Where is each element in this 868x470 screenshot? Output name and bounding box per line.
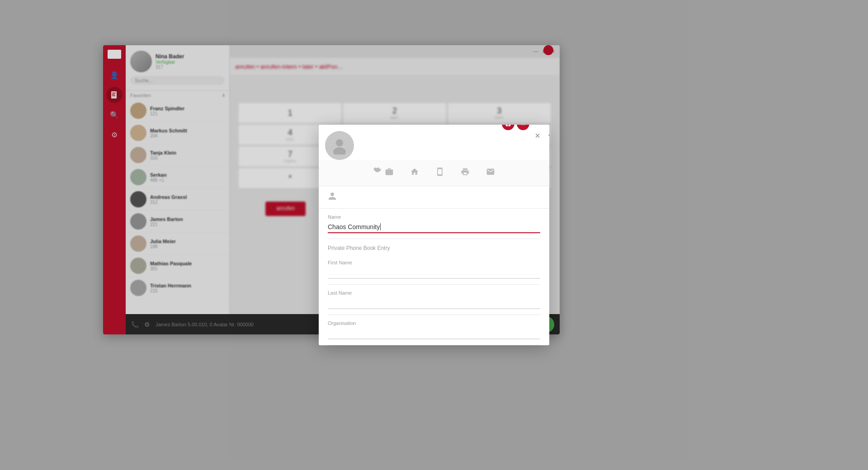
first-name-input[interactable] bbox=[328, 267, 540, 279]
first-name-field-group: First Name bbox=[328, 254, 540, 285]
organisation-input[interactable] bbox=[328, 328, 540, 339]
modal-close-button[interactable]: × bbox=[532, 130, 543, 141]
last-name-label: Last Name bbox=[328, 290, 540, 296]
entry-type-label: Private Phone Book Entry bbox=[328, 239, 540, 254]
svg-point-4 bbox=[336, 139, 343, 146]
organisation-field-group: Organisation bbox=[328, 315, 540, 345]
contact-avatar bbox=[325, 131, 354, 160]
modal-body: Name Chaos Community Private Phone Book … bbox=[319, 186, 549, 345]
first-name-label: First Name bbox=[328, 260, 540, 265]
last-name-input[interactable] bbox=[328, 297, 540, 309]
person-icon bbox=[328, 192, 337, 203]
svg-point-5 bbox=[333, 147, 346, 155]
modal-topbar: × bbox=[319, 125, 549, 160]
last-name-field-group: Last Name bbox=[328, 285, 540, 315]
tab-work[interactable] bbox=[371, 165, 395, 180]
modal-action-buttons bbox=[502, 125, 529, 130]
tab-fax[interactable] bbox=[459, 165, 472, 180]
form-section: Name Chaos Community Private Phone Book … bbox=[319, 209, 549, 345]
name-field-group: Name Chaos Community bbox=[328, 209, 540, 239]
tab-email[interactable] bbox=[484, 165, 497, 180]
tab-mobile[interactable] bbox=[434, 165, 446, 180]
tab-home[interactable] bbox=[408, 165, 421, 180]
name-label: Name bbox=[328, 214, 540, 220]
save-button[interactable] bbox=[502, 125, 514, 130]
modal-tabs bbox=[319, 160, 549, 186]
cursor-icon bbox=[547, 125, 549, 147]
person-section bbox=[319, 186, 549, 209]
organisation-label: Organisation bbox=[328, 320, 540, 326]
name-input-display[interactable]: Chaos Community bbox=[328, 221, 540, 233]
modal-dialog: × Name bbox=[319, 125, 549, 345]
cancel-button[interactable] bbox=[517, 125, 529, 130]
